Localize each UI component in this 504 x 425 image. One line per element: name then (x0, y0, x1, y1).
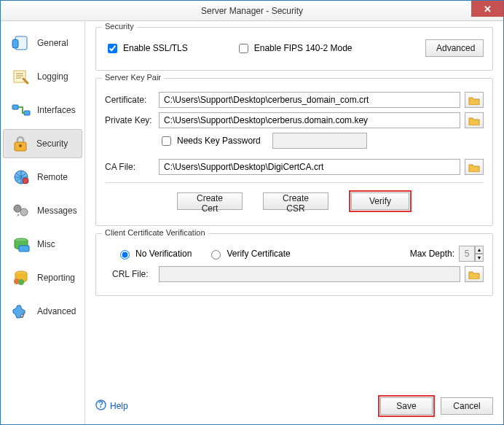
needs-key-password-input[interactable] (162, 136, 171, 146)
create-csr-button[interactable]: Create CSR (263, 192, 328, 210)
sidebar-item-label: Remote (37, 172, 68, 182)
messages-icon (11, 200, 31, 221)
sidebar-item-general[interactable]: General (4, 28, 82, 58)
sidebar-item-security[interactable]: Security (3, 129, 82, 158)
verify-highlight: Verify (349, 190, 412, 212)
misc-icon (11, 234, 31, 254)
enable-fips-input[interactable] (239, 44, 248, 53)
cancel-button[interactable]: Cancel (441, 397, 493, 415)
max-depth-label: Max Depth: (410, 249, 454, 259)
private-key-input[interactable] (159, 112, 460, 128)
keypair-group-title: Server Key Pair (102, 73, 164, 82)
security-group-title: Security (102, 22, 137, 31)
lock-icon (10, 133, 31, 154)
sidebar-item-label: Reporting (37, 273, 75, 283)
window: Server Manager - Security ✕ General Logg… (0, 0, 504, 425)
reporting-icon (11, 268, 31, 288)
sidebar: General Logging Interfaces Security (1, 21, 85, 424)
sidebar-item-label: General (37, 38, 68, 48)
save-button[interactable]: Save (380, 397, 433, 415)
certificate-browse-button[interactable] (465, 92, 484, 108)
logging-icon (11, 66, 31, 87)
sidebar-item-remote[interactable]: Remote (4, 163, 82, 192)
save-highlight: Save (378, 395, 435, 417)
sidebar-item-label: Interfaces (37, 105, 76, 115)
general-icon (11, 33, 31, 53)
needs-key-password-checkbox[interactable]: Needs Key Password (159, 134, 261, 148)
enable-ssl-checkbox[interactable]: Enable SSL/TLS (105, 42, 188, 55)
titlebar: Server Manager - Security ✕ (1, 1, 503, 21)
ca-file-browse-button[interactable] (465, 159, 484, 175)
ca-file-label: CA File: (105, 162, 154, 172)
help-icon: ? (95, 399, 106, 413)
interfaces-icon (11, 100, 31, 120)
svg-text:?: ? (98, 399, 103, 410)
ca-file-input[interactable] (159, 159, 460, 175)
keypair-group: Server Key Pair Certificate: Private Key… (95, 78, 493, 226)
svg-rect-4 (24, 111, 30, 115)
verify-certificate-radio[interactable]: Verify Certificate (208, 248, 290, 260)
close-button[interactable]: ✕ (471, 1, 503, 17)
sidebar-item-messages[interactable]: Messages (4, 196, 82, 225)
private-key-label: Private Key: (105, 115, 154, 125)
sidebar-item-misc[interactable]: Misc (4, 230, 82, 259)
no-verification-input[interactable] (120, 250, 130, 260)
main-panel: Security Enable SSL/TLS Enable FIPS 140-… (85, 21, 503, 424)
svg-point-9 (14, 205, 21, 212)
enable-ssl-input[interactable] (108, 44, 117, 53)
create-cert-button[interactable]: Create Cert (177, 192, 243, 210)
sidebar-item-label: Misc (37, 239, 55, 249)
svg-point-10 (20, 208, 28, 216)
security-group: Security Enable SSL/TLS Enable FIPS 140-… (95, 27, 493, 71)
sidebar-item-label: Messages (37, 206, 77, 216)
sidebar-item-reporting[interactable]: Reporting (4, 263, 82, 292)
window-title: Server Manager - Security (201, 6, 303, 16)
svg-rect-1 (12, 39, 18, 48)
verify-certificate-input[interactable] (211, 250, 221, 260)
crl-file-browse-button[interactable] (465, 266, 484, 282)
certificate-input[interactable] (159, 92, 460, 108)
private-key-browse-button[interactable] (465, 112, 484, 128)
svg-point-6 (19, 144, 22, 147)
no-verification-radio[interactable]: No Verification (117, 248, 192, 260)
spinner-down[interactable]: ▼ (475, 254, 484, 262)
max-depth-spinner[interactable]: ▲ ▼ (459, 246, 484, 262)
help-link[interactable]: ? Help (95, 399, 128, 413)
max-depth-input (459, 246, 475, 262)
verify-button[interactable]: Verify (351, 192, 409, 210)
svg-rect-3 (12, 105, 18, 109)
advanced-icon (11, 301, 31, 321)
svg-rect-12 (19, 246, 29, 252)
sidebar-item-label: Advanced (37, 306, 76, 316)
client-cert-group-title: Client Certificate Verification (102, 228, 208, 237)
client-cert-group: Client Certificate Verification No Verif… (95, 233, 493, 296)
certificate-label: Certificate: (105, 95, 154, 105)
spinner-up[interactable]: ▲ (475, 246, 484, 254)
svg-point-8 (23, 178, 28, 184)
sidebar-item-label: Logging (37, 71, 68, 82)
remote-icon (11, 167, 31, 187)
svg-point-15 (18, 279, 24, 285)
footer: ? Help Save Cancel (95, 395, 493, 417)
crl-file-label: CRL File: (112, 269, 154, 279)
sidebar-item-advanced[interactable]: Advanced (4, 297, 82, 326)
sidebar-item-label: Security (36, 139, 68, 149)
sidebar-item-interfaces[interactable]: Interfaces (4, 95, 82, 125)
enable-fips-checkbox[interactable]: Enable FIPS 140-2 Mode (236, 42, 421, 55)
divider (105, 182, 484, 183)
advanced-button[interactable]: Advanced (425, 39, 484, 57)
crl-file-input (159, 266, 460, 282)
key-password-input (272, 133, 367, 149)
sidebar-item-logging[interactable]: Logging (4, 62, 82, 91)
